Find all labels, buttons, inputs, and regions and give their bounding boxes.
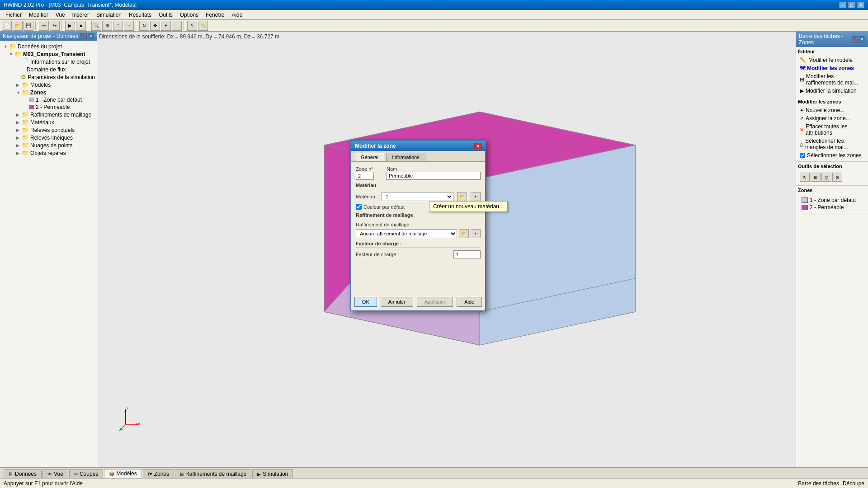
tab-raffinements[interactable]: ⊞ Raffinements de maillage — [175, 469, 251, 478]
menu-modifier[interactable]: Modifier — [25, 11, 52, 19]
zone-item-2[interactable]: 2 - Perméable — [800, 204, 864, 211]
menu-inserer[interactable]: Insérer — [69, 11, 93, 19]
material-new-btn[interactable]: + — [471, 192, 481, 201]
zone-item-1[interactable]: 1 - Zone par défaut — [800, 197, 864, 204]
tab-zones[interactable]: 🗺 Zones — [143, 469, 174, 478]
tree-arrow: ▶ — [16, 151, 22, 155]
tree-item-modeles[interactable]: ▶ 📁 Modèles — [0, 81, 97, 89]
editor-item-modify-model[interactable]: ✏️ Modifier le modèle — [798, 56, 866, 64]
toolbar-zoom-in[interactable]: + — [161, 21, 171, 31]
tree-item-nuages[interactable]: ▶ 📁 Nuages de points — [0, 141, 97, 149]
tree-item-params[interactable]: ⚙ Paramètres de la simulation — [0, 73, 97, 81]
right-panel-header: Barre des tâches - Zones 📌 ✕ — [796, 32, 868, 47]
editor-item-modify-refinements[interactable]: ⊞ Modifier les raffinements de mai... — [798, 72, 866, 87]
right-panel-pin-btn[interactable]: 📌 — [852, 36, 858, 42]
toolbar-undo[interactable]: ↩ — [39, 21, 49, 31]
svg-text:Y: Y — [119, 429, 122, 431]
appliquer-button[interactable]: Appliquer — [417, 297, 453, 307]
maximize-button[interactable]: □ — [848, 2, 855, 8]
tree-item-zone2[interactable]: 2 - Perméable — [0, 103, 97, 111]
menu-aide[interactable]: Aide — [228, 11, 246, 19]
menu-resultats[interactable]: Résultats — [125, 11, 155, 19]
tab-simulation[interactable]: ▶ Simulation — [252, 469, 293, 478]
tree-item-domaine[interactable]: □ Domaine de flux — [0, 66, 97, 73]
tree-item-reperes[interactable]: ▶ 📁 Objets repères — [0, 149, 97, 157]
status-right: Barre des tâches Découpe — [798, 480, 864, 487]
tab-modeles[interactable]: 📦 Modèles — [104, 469, 142, 478]
annuler-button[interactable]: Annuler — [381, 297, 413, 307]
sel-tool-2[interactable]: ⊞ — [811, 173, 821, 182]
modify-select-zones[interactable]: Sélectionner les zones — [798, 151, 866, 160]
menu-options[interactable]: Options — [176, 11, 202, 19]
modify-zone-dialog: Modifier la zone ✕ Général Informations … — [350, 140, 486, 311]
toolbar-select[interactable]: ↖ — [187, 21, 197, 31]
tree-item-zones[interactable]: ▼ 📁 Zones — [0, 89, 97, 96]
tree-item-zone1[interactable]: 1 - Zone par défaut — [0, 96, 97, 103]
dialog-tab-general[interactable]: Général — [355, 153, 384, 161]
modify-select-triangles[interactable]: △ Sélectionner les triangles de mai... — [798, 137, 866, 151]
toolbar-view4[interactable]: ↔ — [124, 21, 134, 31]
navigator-close-btn[interactable]: ✕ — [88, 33, 94, 39]
toolbar-open[interactable]: 📂 — [13, 21, 23, 31]
toolbar-redo[interactable]: ↪ — [50, 21, 60, 31]
menu-bar: Fichier Modifier Vue Insérer Simulation … — [0, 10, 868, 20]
toolbar-new[interactable]: 📄 — [2, 21, 12, 31]
tab-coupes[interactable]: ✂ Coupes — [69, 469, 103, 478]
toolbar-view2[interactable]: ⊞ — [102, 21, 112, 31]
dialog-title: Modifier la zone — [355, 143, 396, 149]
sel-tool-3[interactable]: ◎ — [821, 173, 831, 182]
modify-assign-zone[interactable]: ↗ Assigner la zone... — [798, 114, 866, 122]
toolbar-rotate[interactable]: ↻ — [139, 21, 149, 31]
menu-fenetre[interactable]: Fenêtre — [202, 11, 228, 19]
toolbar-stop[interactable]: ■ — [76, 21, 86, 31]
raffinement-select[interactable]: Aucun raffinement de maillage — [356, 229, 457, 238]
material-select[interactable]: 1 — [382, 192, 453, 201]
toolbar-view3[interactable]: □ — [113, 21, 123, 31]
sel-tool-1[interactable]: ↖ — [800, 173, 810, 182]
toolbar-zoom-out[interactable]: - — [172, 21, 182, 31]
menu-vue[interactable]: Vue — [52, 11, 69, 19]
facteur-section-title: Facteur de charge : — [356, 241, 481, 248]
tree-item-raffinements[interactable]: ▶ 📁 Raffinements de maillage — [0, 111, 97, 118]
tree-item-donnees[interactable]: ▼ 📁 Données du projet — [0, 42, 97, 50]
zone-no-input[interactable] — [356, 172, 374, 180]
tab-vue[interactable]: 👁 Vue — [42, 469, 68, 478]
sel-tool-4[interactable]: ⊗ — [832, 173, 842, 182]
toolbar-run[interactable]: ▶ — [65, 21, 75, 31]
dialog-close-button[interactable]: ✕ — [474, 143, 481, 149]
tab-donnees[interactable]: 🗄 Données — [4, 469, 42, 478]
viewport-3d[interactable]: Dimensions de la soufflerie: Dx = 89.946… — [97, 32, 796, 467]
couleur-checkbox[interactable] — [356, 204, 362, 210]
tree-item-m03[interactable]: ▼ 📁 M03_Campus_Transient — [0, 50, 97, 58]
tree-item-materiaux[interactable]: ▶ 📁 Matériaux — [0, 118, 97, 126]
raffinement-edit-btn[interactable]: 📂 — [459, 229, 469, 238]
menu-simulation[interactable]: Simulation — [93, 11, 125, 19]
right-panel-title: Barre des tâches - Zones — [799, 33, 852, 46]
right-panel-close-btn[interactable]: ✕ — [859, 36, 865, 42]
ok-button[interactable]: OK — [354, 297, 377, 307]
toolbar-move[interactable]: ✥ — [150, 21, 160, 31]
tree-item-ponctuel[interactable]: ▶ 📁 Relevés ponctuels — [0, 126, 97, 134]
menu-outils[interactable]: Outils — [155, 11, 176, 19]
modify-new-zone[interactable]: ✦ Nouvelle zone... — [798, 106, 866, 114]
modify-clear-attrs[interactable]: ✕ Effacer toutes les attributions — [798, 122, 866, 137]
navigator-pin-btn[interactable]: 📌 — [80, 33, 87, 39]
toolbar-save[interactable]: 💾 — [24, 21, 33, 31]
menu-fichier[interactable]: Fichier — [2, 11, 25, 19]
aide-button[interactable]: Aide — [457, 297, 482, 307]
editor-item-modify-simulation[interactable]: ▶ Modifier la simulation — [798, 87, 866, 95]
minimize-button[interactable]: ─ — [839, 2, 846, 8]
navigator-tree: ▼ 📁 Données du projet ▼ 📁 M03_Campus_Tra… — [0, 41, 97, 467]
toolbar-measure[interactable]: 📏 — [198, 21, 208, 31]
raffinement-new-btn[interactable]: + — [471, 229, 481, 238]
facteur-input[interactable] — [453, 250, 481, 258]
nom-input[interactable] — [387, 172, 481, 180]
tree-item-infos[interactable]: 📄 Informations sur le projet — [0, 58, 97, 66]
toolbar-view1[interactable]: 🔍 — [91, 21, 101, 31]
material-edit-btn[interactable]: 📂 — [457, 192, 467, 201]
editor-item-modify-zones[interactable]: 🗺 Modifier les zones — [798, 64, 866, 72]
close-button[interactable]: ✕ — [857, 2, 864, 8]
dialog-tab-informations[interactable]: Informations — [386, 153, 425, 161]
tree-item-lineique[interactable]: ▶ 📁 Relevés linéiques — [0, 134, 97, 141]
editor-section-title: Éditeur — [798, 49, 866, 54]
